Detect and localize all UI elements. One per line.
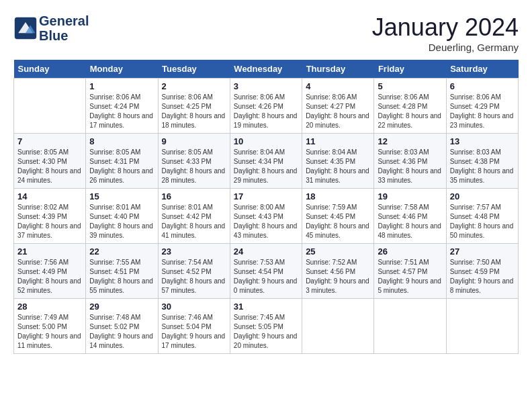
calendar-cell bbox=[446, 299, 518, 354]
day-info: Sunrise: 8:00 AMSunset: 4:43 PMDaylight:… bbox=[234, 203, 298, 240]
calendar-cell: 14Sunrise: 8:02 AMSunset: 4:39 PMDayligh… bbox=[14, 189, 86, 244]
calendar-cell: 30Sunrise: 7:46 AMSunset: 5:04 PMDayligh… bbox=[158, 299, 230, 354]
day-number: 31 bbox=[234, 302, 298, 312]
day-number: 18 bbox=[306, 191, 370, 201]
day-info: Sunrise: 8:01 AMSunset: 4:42 PMDaylight:… bbox=[162, 203, 226, 240]
calendar-cell: 31Sunrise: 7:45 AMSunset: 5:05 PMDayligh… bbox=[230, 299, 302, 354]
day-info: Sunrise: 7:53 AMSunset: 4:54 PMDaylight:… bbox=[234, 258, 298, 295]
day-number: 11 bbox=[306, 136, 370, 146]
calendar-cell: 20Sunrise: 7:57 AMSunset: 4:48 PMDayligh… bbox=[446, 189, 518, 244]
calendar-cell: 8Sunrise: 8:05 AMSunset: 4:31 PMDaylight… bbox=[86, 134, 158, 189]
day-number: 22 bbox=[89, 246, 154, 257]
day-info: Sunrise: 7:48 AMSunset: 5:02 PMDaylight:… bbox=[89, 313, 154, 351]
calendar-cell: 5Sunrise: 8:06 AMSunset: 4:28 PMDaylight… bbox=[374, 79, 446, 134]
day-info: Sunrise: 7:52 AMSunset: 4:56 PMDaylight:… bbox=[306, 258, 370, 295]
calendar-table: SundayMondayTuesdayWednesdayThursdayFrid… bbox=[13, 60, 519, 354]
calendar-cell: 24Sunrise: 7:53 AMSunset: 4:54 PMDayligh… bbox=[230, 244, 302, 299]
day-info: Sunrise: 8:06 AMSunset: 4:27 PMDaylight:… bbox=[306, 93, 370, 130]
day-number: 21 bbox=[17, 246, 82, 257]
day-number: 14 bbox=[17, 191, 82, 201]
day-info: Sunrise: 8:05 AMSunset: 4:31 PMDaylight:… bbox=[89, 148, 154, 185]
logo-line2: Blue bbox=[39, 28, 89, 43]
weekday-header-thursday: Thursday bbox=[302, 60, 374, 79]
day-number: 12 bbox=[378, 136, 442, 146]
day-info: Sunrise: 8:03 AMSunset: 4:38 PMDaylight:… bbox=[450, 148, 515, 185]
day-info: Sunrise: 7:58 AMSunset: 4:46 PMDaylight:… bbox=[378, 203, 442, 240]
calendar-cell bbox=[14, 79, 86, 134]
day-number: 16 bbox=[162, 191, 226, 201]
calendar-cell: 19Sunrise: 7:58 AMSunset: 4:46 PMDayligh… bbox=[374, 189, 446, 244]
calendar-cell: 29Sunrise: 7:48 AMSunset: 5:02 PMDayligh… bbox=[86, 299, 158, 354]
day-info: Sunrise: 8:02 AMSunset: 4:39 PMDaylight:… bbox=[17, 203, 82, 240]
calendar-cell: 10Sunrise: 8:04 AMSunset: 4:34 PMDayligh… bbox=[230, 134, 302, 189]
day-info: Sunrise: 8:06 AMSunset: 4:26 PMDaylight:… bbox=[234, 93, 298, 130]
day-number: 25 bbox=[306, 246, 370, 257]
weekday-header-tuesday: Tuesday bbox=[158, 60, 230, 79]
day-number: 13 bbox=[450, 136, 515, 146]
day-number: 30 bbox=[162, 302, 226, 312]
day-number: 3 bbox=[234, 81, 298, 91]
calendar-cell: 16Sunrise: 8:01 AMSunset: 4:42 PMDayligh… bbox=[158, 189, 230, 244]
weekday-header-sunday: Sunday bbox=[14, 60, 86, 79]
day-number: 24 bbox=[234, 246, 298, 257]
day-number: 10 bbox=[234, 136, 298, 146]
calendar-cell: 21Sunrise: 7:56 AMSunset: 4:49 PMDayligh… bbox=[14, 244, 86, 299]
day-info: Sunrise: 8:06 AMSunset: 4:25 PMDaylight:… bbox=[162, 93, 226, 130]
calendar-cell: 23Sunrise: 7:54 AMSunset: 4:52 PMDayligh… bbox=[158, 244, 230, 299]
calendar-cell: 3Sunrise: 8:06 AMSunset: 4:26 PMDaylight… bbox=[230, 79, 302, 134]
month-title: January 2024 bbox=[372, 13, 519, 42]
calendar-week-4: 21Sunrise: 7:56 AMSunset: 4:49 PMDayligh… bbox=[14, 244, 519, 299]
calendar-week-5: 28Sunrise: 7:49 AMSunset: 5:00 PMDayligh… bbox=[14, 299, 519, 354]
day-info: Sunrise: 7:51 AMSunset: 4:57 PMDaylight:… bbox=[378, 258, 442, 295]
day-number: 19 bbox=[378, 191, 442, 201]
calendar-cell: 6Sunrise: 8:06 AMSunset: 4:29 PMDaylight… bbox=[446, 79, 518, 134]
day-info: Sunrise: 8:03 AMSunset: 4:36 PMDaylight:… bbox=[378, 148, 442, 185]
day-info: Sunrise: 7:55 AMSunset: 4:51 PMDaylight:… bbox=[89, 258, 154, 295]
day-info: Sunrise: 7:49 AMSunset: 5:00 PMDaylight:… bbox=[17, 313, 82, 351]
day-info: Sunrise: 7:54 AMSunset: 4:52 PMDaylight:… bbox=[162, 258, 226, 295]
day-info: Sunrise: 8:06 AMSunset: 4:28 PMDaylight:… bbox=[378, 93, 442, 130]
day-info: Sunrise: 8:06 AMSunset: 4:29 PMDaylight:… bbox=[450, 93, 515, 130]
day-number: 1 bbox=[89, 81, 154, 91]
calendar-cell: 15Sunrise: 8:01 AMSunset: 4:40 PMDayligh… bbox=[86, 189, 158, 244]
day-number: 17 bbox=[234, 191, 298, 201]
logo-line1: General bbox=[39, 13, 89, 28]
calendar-cell: 1Sunrise: 8:06 AMSunset: 4:24 PMDaylight… bbox=[86, 79, 158, 134]
day-number: 5 bbox=[378, 81, 442, 91]
calendar-cell: 4Sunrise: 8:06 AMSunset: 4:27 PMDaylight… bbox=[302, 79, 374, 134]
weekday-header-monday: Monday bbox=[86, 60, 158, 79]
day-info: Sunrise: 7:45 AMSunset: 5:05 PMDaylight:… bbox=[234, 313, 298, 351]
weekday-header-saturday: Saturday bbox=[446, 60, 518, 79]
day-number: 28 bbox=[17, 302, 82, 312]
logo: General Blue bbox=[13, 13, 89, 43]
day-info: Sunrise: 8:05 AMSunset: 4:33 PMDaylight:… bbox=[162, 148, 226, 185]
calendar-cell: 9Sunrise: 8:05 AMSunset: 4:33 PMDaylight… bbox=[158, 134, 230, 189]
calendar-week-3: 14Sunrise: 8:02 AMSunset: 4:39 PMDayligh… bbox=[14, 189, 519, 244]
day-info: Sunrise: 7:59 AMSunset: 4:45 PMDaylight:… bbox=[306, 203, 370, 240]
day-number: 26 bbox=[378, 246, 442, 257]
calendar-cell bbox=[374, 299, 446, 354]
day-number: 8 bbox=[89, 136, 154, 146]
calendar-cell bbox=[302, 299, 374, 354]
day-number: 27 bbox=[450, 246, 515, 257]
day-info: Sunrise: 7:50 AMSunset: 4:59 PMDaylight:… bbox=[450, 258, 515, 295]
weekday-header-wednesday: Wednesday bbox=[230, 60, 302, 79]
weekday-header-friday: Friday bbox=[374, 60, 446, 79]
day-info: Sunrise: 8:06 AMSunset: 4:24 PMDaylight:… bbox=[89, 93, 154, 130]
day-number: 15 bbox=[89, 191, 154, 201]
calendar-cell: 26Sunrise: 7:51 AMSunset: 4:57 PMDayligh… bbox=[374, 244, 446, 299]
calendar-cell: 22Sunrise: 7:55 AMSunset: 4:51 PMDayligh… bbox=[86, 244, 158, 299]
day-info: Sunrise: 7:46 AMSunset: 5:04 PMDaylight:… bbox=[162, 313, 226, 351]
logo-icon bbox=[13, 16, 38, 40]
day-info: Sunrise: 7:56 AMSunset: 4:49 PMDaylight:… bbox=[17, 258, 82, 295]
day-number: 29 bbox=[89, 302, 154, 312]
day-number: 7 bbox=[17, 136, 82, 146]
day-info: Sunrise: 8:01 AMSunset: 4:40 PMDaylight:… bbox=[89, 203, 154, 240]
calendar-cell: 7Sunrise: 8:05 AMSunset: 4:30 PMDaylight… bbox=[14, 134, 86, 189]
calendar-cell: 17Sunrise: 8:00 AMSunset: 4:43 PMDayligh… bbox=[230, 189, 302, 244]
day-number: 20 bbox=[450, 191, 515, 201]
calendar-week-2: 7Sunrise: 8:05 AMSunset: 4:30 PMDaylight… bbox=[14, 134, 519, 189]
day-number: 23 bbox=[162, 246, 226, 257]
calendar-cell: 2Sunrise: 8:06 AMSunset: 4:25 PMDaylight… bbox=[158, 79, 230, 134]
weekday-header-row: SundayMondayTuesdayWednesdayThursdayFrid… bbox=[14, 60, 519, 79]
